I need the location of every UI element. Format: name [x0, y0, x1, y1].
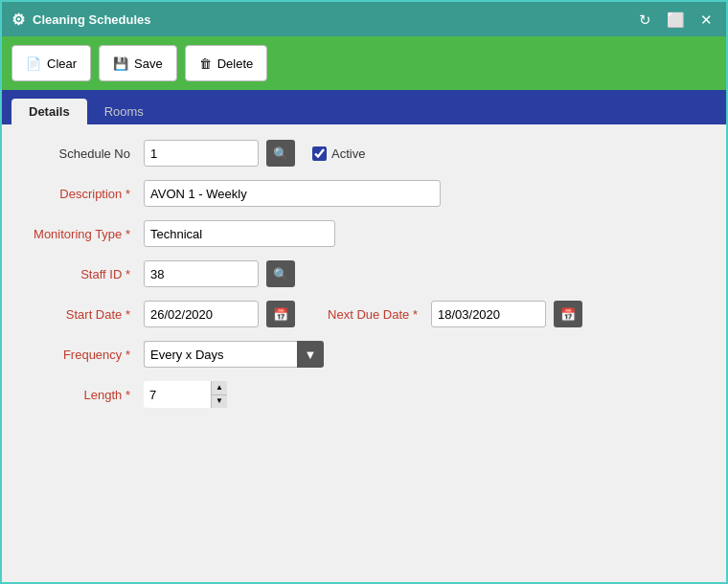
length-label: Length * [31, 388, 136, 402]
frequency-dropdown-button[interactable]: ▼ [297, 341, 324, 368]
title-bar: ⚙ Cleaning Schedules ↻ ⬜ ✕ [2, 2, 726, 36]
tab-rooms[interactable]: Rooms [87, 99, 161, 124]
dates-row: Start Date * 📅 Next Due Date * 📅 [31, 301, 697, 327]
search-icon: 🔍 [273, 267, 288, 281]
length-increment-button[interactable]: ▲ [212, 381, 227, 394]
start-date-label: Start Date * [31, 307, 136, 322]
title-bar-left: ⚙ Cleaning Schedules [11, 11, 151, 29]
staff-id-input[interactable] [144, 260, 259, 287]
frequency-label: Frequency * [31, 348, 136, 362]
title-bar-right: ↻ ⬜ ✕ [635, 11, 717, 29]
delete-button[interactable]: 🗑 Delete [185, 45, 268, 81]
schedule-no-input[interactable] [144, 140, 259, 167]
spinner-buttons: ▲ ▼ [211, 381, 227, 408]
toolbar: 📄 Clear 💾 Save 🗑 Delete [2, 36, 726, 90]
delete-icon: 🗑 [199, 56, 212, 71]
length-input[interactable] [144, 381, 211, 408]
description-label: Description * [31, 187, 136, 201]
next-due-date-input[interactable] [431, 301, 546, 327]
clear-button[interactable]: 📄 Clear [11, 45, 91, 81]
frequency-dropdown-wrapper: ▼ [144, 341, 324, 368]
length-spinner: ▲ ▼ [144, 381, 227, 408]
schedule-no-label: Schedule No [31, 146, 136, 161]
search-icon: 🔍 [273, 146, 288, 161]
frequency-row: Frequency * ▼ [31, 341, 697, 368]
monitoring-type-label: Monitoring Type * [31, 227, 136, 241]
maximize-button[interactable]: ⬜ [663, 11, 689, 29]
form-content: Schedule No 🔍 Active Description * Monit… [2, 124, 726, 582]
clear-icon: 📄 [26, 56, 41, 71]
staff-id-search-button[interactable]: 🔍 [266, 260, 295, 287]
close-button[interactable]: ✕ [696, 11, 717, 29]
length-decrement-button[interactable]: ▼ [212, 395, 227, 409]
monitoring-type-input[interactable] [144, 220, 335, 247]
active-label: Active [331, 146, 365, 161]
calendar-icon-2: 📅 [560, 307, 576, 322]
next-due-date-label: Next Due Date * [318, 307, 423, 322]
save-button[interactable]: 💾 Save [99, 45, 177, 81]
active-checkbox[interactable] [312, 146, 327, 161]
length-row: Length * ▲ ▼ [31, 381, 697, 408]
description-row: Description * [31, 180, 697, 207]
schedule-no-search-button[interactable]: 🔍 [266, 140, 295, 167]
chevron-down-icon: ▼ [305, 348, 317, 362]
active-checkbox-wrapper: Active [312, 146, 365, 161]
app-icon: ⚙ [11, 11, 25, 29]
staff-id-row: Staff ID * 🔍 [31, 260, 697, 287]
start-date-input[interactable] [144, 301, 259, 327]
staff-id-label: Staff ID * [31, 267, 136, 281]
window-title: Cleaning Schedules [33, 12, 151, 27]
start-date-calendar-button[interactable]: 📅 [266, 301, 295, 327]
tabs-bar: Details Rooms [2, 90, 726, 124]
description-input[interactable] [144, 180, 441, 207]
main-window: ⚙ Cleaning Schedules ↻ ⬜ ✕ 📄 Clear 💾 Sav… [0, 0, 728, 584]
tab-details[interactable]: Details [11, 99, 87, 124]
refresh-button[interactable]: ↻ [635, 11, 655, 29]
frequency-input[interactable] [144, 341, 297, 368]
save-icon: 💾 [113, 56, 128, 71]
monitoring-type-row: Monitoring Type * [31, 220, 697, 247]
calendar-icon: 📅 [273, 307, 288, 322]
next-due-date-calendar-button[interactable]: 📅 [554, 301, 582, 327]
schedule-no-row: Schedule No 🔍 Active [31, 140, 697, 167]
